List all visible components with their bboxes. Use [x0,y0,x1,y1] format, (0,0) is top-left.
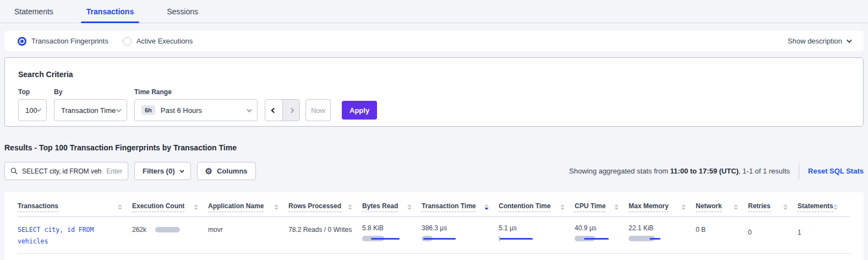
filters-label: Filters (0) [143,167,175,175]
columns-label: Columns [217,167,248,175]
column-header-max-memory: Max Memory [629,202,696,212]
chevron-down-icon [179,168,184,172]
results-controls-row: Enter Filters (0) ⚙ Columns Showing aggr… [4,162,864,180]
top-label: Top [18,88,47,96]
by-select-value: Transaction Time [61,106,116,115]
top-select-value: 100 [25,106,37,115]
results-heading: Results - Top 100 Transaction Fingerprin… [4,143,864,152]
search-criteria-card: Search Criteria Top 100 By Transaction T… [4,57,864,127]
cell-application-name: movr [208,224,288,234]
chevron-left-icon [271,107,277,113]
column-header-statements: Statements [798,202,846,212]
show-description-toggle[interactable]: Show description [788,37,850,45]
column-header-retries: Retries [748,202,798,212]
cell-rows-processed: 78.2 Reads / 0 Writes [288,224,362,234]
show-description-label: Show description [788,37,842,45]
column-header-execution-count: Execution Count [132,202,208,212]
apply-button[interactable]: Apply [342,101,377,120]
cell-retries: 0 [748,224,798,236]
chevron-right-icon [288,107,294,113]
cell-execution-count: 262k [132,224,208,234]
reset-sql-stats-link[interactable]: Reset SQL Stats [808,167,864,175]
column-header-rows-processed: Rows Processed [288,202,362,212]
chevron-down-icon [37,107,41,112]
column-header-network: Network [696,202,748,212]
cell-contention-time: 5.1 µs [499,224,575,235]
enter-hint: Enter [106,167,122,175]
column-header-cpu-time: CPU Time [575,202,629,212]
time-range-next-button[interactable] [282,100,299,121]
cell-bytes-read: 5.8 KiB [362,224,422,235]
time-range-badge: 6h [141,105,155,115]
chevron-down-icon [247,107,252,112]
sort-icon[interactable] [783,204,788,210]
by-field: By Transaction Time [54,88,127,121]
transaction-fingerprint-link[interactable]: SELECT city, id FROM vehicles [18,226,94,245]
chevron-down-icon [116,107,122,112]
time-range-step-group [265,99,300,121]
cell-max-memory: 22.1 KiB [629,224,696,235]
by-select[interactable]: Transaction Time [54,99,127,121]
transactions-table-card: Transactions Execution Count Application… [4,192,864,260]
radio-label: Active Executions [137,37,193,45]
divider [799,163,799,180]
execution-count-bar [155,226,181,233]
cell-network: 0 B [696,224,748,234]
radio-transaction-fingerprints[interactable]: Transaction Fingerprints [18,37,108,46]
search-criteria-title: Search Criteria [18,70,850,79]
column-header-application-name: Application Name [208,202,288,212]
gear-icon: ⚙ [205,167,212,175]
search-icon [10,167,18,175]
sort-icon[interactable] [614,204,619,210]
sort-icon[interactable] [194,204,198,210]
table-row: SELECT city, id FROM vehicles 262k movr … [18,217,850,254]
sort-icon[interactable] [560,204,565,210]
view-toggle-group: Transaction Fingerprints Active Executio… [18,37,193,46]
tab-statements[interactable]: Statements [13,2,54,23]
sort-icon[interactable] [118,204,122,210]
tab-transactions[interactable]: Transactions [85,2,135,23]
top-select[interactable]: 100 [18,99,47,121]
cell-statements: 1 [798,224,846,236]
columns-button[interactable]: ⚙ Columns [197,162,256,180]
column-header-contention-time: Contention Time [499,202,575,212]
time-range-value: Past 6 Hours [161,106,202,115]
column-header-bytes-read: Bytes Read [362,202,422,212]
sort-icon[interactable] [734,204,738,210]
time-range-label: Time Range [134,88,258,96]
sort-icon-active[interactable] [484,204,489,210]
stats-time-range: 11:00 to 17:59 (UTC) [670,167,739,175]
radio-label: Transaction Fingerprints [31,37,108,45]
cell-transaction-time: 386.3 µs [422,224,499,235]
top-field: Top 100 [18,88,47,121]
column-header-transactions: Transactions [18,202,132,212]
sort-icon[interactable] [348,204,352,210]
time-range-select[interactable]: 6h Past 6 Hours [134,99,258,121]
chevron-down-icon [847,37,852,43]
search-criteria-controls: Top 100 By Transaction Time Time Range 6… [18,88,850,121]
filters-button[interactable]: Filters (0) [134,162,191,180]
stats-area: Showing aggregated stats from 11:00 to 1… [569,163,864,180]
column-header-transaction-time: Transaction Time [422,202,499,212]
cell-cpu-time: 40.9 µs [575,224,629,235]
radio-active-executions[interactable]: Active Executions [123,37,193,46]
view-toggle-card: Transaction Fingerprints Active Executio… [4,31,864,51]
tab-sessions[interactable]: Sessions [166,2,199,23]
time-range-field: Time Range 6h Past 6 Hours [134,88,258,121]
search-input[interactable] [22,167,102,175]
cell-transactions: SELECT city, id FROM vehicles [18,224,132,247]
now-button[interactable]: Now [305,99,331,121]
aggregated-stats-text: Showing aggregated stats from 11:00 to 1… [569,167,790,175]
sort-icon[interactable] [274,204,279,210]
by-label: By [54,88,127,96]
sort-icon[interactable] [681,204,686,210]
radio-unselected-icon [123,37,132,46]
time-range-prev-button[interactable] [265,100,282,121]
sql-activity-tabbar: Statements Transactions Sessions [0,0,868,23]
search-box[interactable]: Enter [4,162,128,180]
sort-icon[interactable] [833,204,838,210]
radio-selected-icon [18,37,26,46]
sort-icon[interactable] [407,204,412,210]
table-header-row: Transactions Execution Count Application… [18,196,850,217]
